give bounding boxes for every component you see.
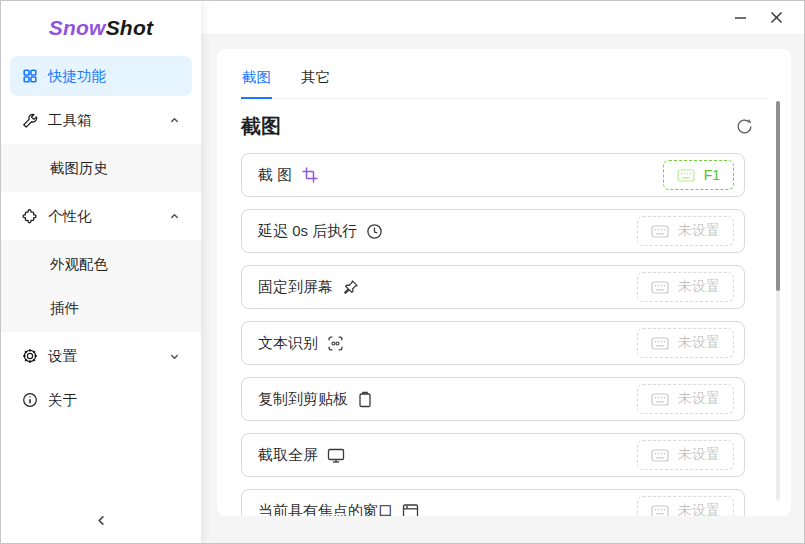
function-label-text: 截取全屏 [258, 446, 318, 465]
sidebar-item-label: 设置 [48, 347, 77, 366]
sidebar: SnowShot 快捷功能 工具箱 [1, 1, 201, 543]
gear-icon [22, 348, 38, 364]
function-label-text: 复制到剪贴板 [258, 390, 348, 409]
sidebar-item-about[interactable]: 关于 [10, 380, 192, 420]
sidebar-item-label: 外观配色 [50, 255, 108, 274]
function-label: 复制到剪贴板 [258, 390, 373, 409]
keyboard-icon [651, 280, 669, 295]
app-window: SnowShot 快捷功能 工具箱 [0, 0, 805, 544]
page-title: 截图 [241, 113, 281, 140]
logo-text-snow: Snow [49, 16, 106, 39]
function-row-copy-to-clipboard: 复制到剪贴板 [241, 377, 745, 421]
sidebar-item-settings[interactable]: 设置 [10, 336, 192, 376]
main-area: 截图 其它 截图 截 图 [201, 1, 804, 543]
function-label-text: 当前具有焦点的窗口 [258, 502, 393, 517]
hotkey-button[interactable]: 未设置 [637, 384, 734, 414]
chevron-up-icon [169, 211, 180, 222]
scrollbar-thumb[interactable] [776, 101, 780, 291]
appstore-grid-icon [22, 68, 38, 84]
function-row-delay-execute: 延迟 0s 后执行 [241, 209, 745, 253]
sidebar-item-personalization[interactable]: 个性化 [10, 196, 192, 236]
logo-text-shot: Shot [106, 16, 153, 39]
function-row-focused-window: 当前具有焦点的窗口 [241, 489, 745, 516]
sidebar-item-label: 关于 [48, 391, 77, 410]
chevron-up-icon [169, 115, 180, 126]
keyboard-icon [651, 224, 669, 239]
sidebar-item-toolbox[interactable]: 工具箱 [10, 100, 192, 140]
function-label-text: 文本识别 [258, 334, 318, 353]
hotkey-text: 未设置 [678, 334, 720, 352]
pin-icon [342, 279, 359, 296]
sidebar-item-appearance-colors[interactable]: 外观配色 [10, 244, 192, 284]
function-row-screenshot: 截 图 [241, 153, 745, 197]
function-label: 文本识别 [258, 334, 344, 353]
sidebar-item-label: 工具箱 [48, 111, 92, 130]
function-label: 延迟 0s 后执行 [258, 222, 383, 241]
keyboard-icon [651, 336, 669, 351]
ocr-scan-icon [327, 335, 344, 352]
sidebar-menu: 快捷功能 工具箱 截图历史 [1, 56, 201, 420]
sidebar-item-label: 截图历史 [50, 159, 108, 178]
function-row-capture-fullscreen: 截取全屏 [241, 433, 745, 477]
puzzle-icon [22, 208, 38, 224]
hotkey-button[interactable]: 未设置 [637, 440, 734, 470]
info-circle-icon [22, 392, 38, 408]
sidebar-item-label: 个性化 [48, 207, 92, 226]
sidebar-item-quick-functions[interactable]: 快捷功能 [10, 56, 192, 96]
sidebar-collapse-button[interactable] [1, 505, 201, 535]
section-header: 截图 [241, 112, 767, 140]
tab-bar: 截图 其它 [241, 59, 767, 99]
hotkey-text: F1 [704, 167, 720, 183]
close-button[interactable] [758, 1, 794, 34]
function-label-text: 延迟 0s 后执行 [258, 222, 357, 241]
hotkey-button[interactable]: 未设置 [637, 272, 734, 302]
function-label-text: 截 图 [258, 166, 292, 185]
keyboard-icon [651, 504, 669, 517]
function-label: 固定到屏幕 [258, 278, 359, 297]
chevron-down-icon [169, 351, 180, 362]
function-label: 截 图 [258, 166, 319, 185]
hotkey-text: 未设置 [678, 278, 720, 296]
tab-other[interactable]: 其它 [300, 59, 331, 99]
hotkey-button[interactable]: 未设置 [637, 328, 734, 358]
hotkey-text: 未设置 [678, 502, 720, 516]
keyboard-icon [651, 448, 669, 463]
keyboard-icon [651, 392, 669, 407]
personalization-submenu: 外观配色 插件 [1, 240, 201, 332]
function-list: 截 图 [241, 153, 767, 516]
chevron-left-icon [95, 514, 108, 527]
content-card: 截图 其它 截图 截 图 [217, 49, 791, 516]
function-label: 当前具有焦点的窗口 [258, 502, 419, 517]
sidebar-item-label: 快捷功能 [48, 67, 106, 86]
toolbox-submenu: 截图历史 [1, 144, 201, 192]
hotkey-text: 未设置 [678, 222, 720, 240]
keyboard-icon [677, 168, 695, 183]
hotkey-text: 未设置 [678, 446, 720, 464]
wrench-icon [22, 112, 38, 128]
sidebar-item-label: 插件 [50, 299, 79, 318]
clock-icon [366, 223, 383, 240]
app-logo: SnowShot [1, 1, 201, 56]
crop-icon [301, 166, 319, 184]
hotkey-text: 未设置 [678, 390, 720, 408]
window-icon [402, 503, 419, 516]
refresh-icon[interactable] [736, 118, 753, 135]
function-row-pin-to-screen: 固定到屏幕 [241, 265, 745, 309]
content-background: 截图 其它 截图 截 图 [201, 34, 804, 543]
hotkey-button[interactable]: 未设置 [637, 496, 734, 516]
titlebar [201, 1, 804, 34]
function-label: 截取全屏 [258, 446, 345, 465]
monitor-icon [327, 447, 345, 464]
function-row-text-recognition: 文本识别 [241, 321, 745, 365]
tab-screenshot[interactable]: 截图 [241, 59, 272, 99]
function-label-text: 固定到屏幕 [258, 278, 333, 297]
minimize-button[interactable] [722, 1, 758, 34]
hotkey-button[interactable]: F1 [663, 160, 734, 190]
sidebar-item-plugins[interactable]: 插件 [10, 288, 192, 328]
sidebar-item-screenshot-history[interactable]: 截图历史 [10, 148, 192, 188]
hotkey-button[interactable]: 未设置 [637, 216, 734, 246]
clipboard-icon [357, 391, 373, 408]
